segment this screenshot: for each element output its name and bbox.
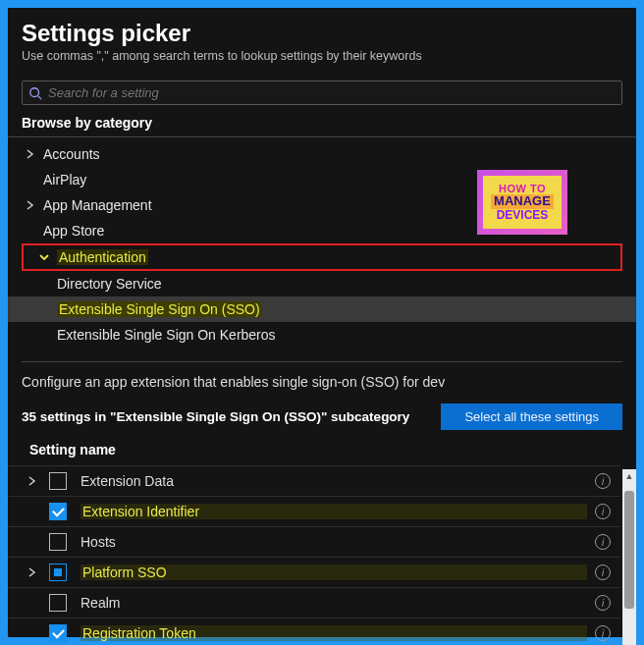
setting-label: Extension Data — [80, 473, 587, 489]
scrollbar[interactable]: ▲ ▼ — [622, 469, 636, 645]
category-label: Extensible Single Sign On Kerberos — [57, 327, 276, 343]
badge-line-2: MANAGE — [491, 194, 554, 208]
svg-line-1 — [38, 95, 42, 99]
subcategory-directory-service[interactable]: Directory Service — [8, 271, 636, 296]
category-label: Authentication — [57, 249, 148, 265]
setting-row[interactable]: Hostsi — [8, 526, 620, 557]
subcategory-extensible-sso-kerberos[interactable]: Extensible Single Sign On Kerberos — [8, 322, 636, 348]
header: Settings picker Use commas "," among sea… — [8, 20, 636, 71]
info-icon[interactable]: i — [595, 534, 611, 550]
category-label: Extensible Single Sign On (SSO) — [57, 301, 262, 317]
info-icon[interactable]: i — [595, 473, 611, 489]
divider — [22, 361, 622, 362]
chevron-right-icon — [26, 200, 43, 210]
subcategory-extensible-sso[interactable]: Extensible Single Sign On (SSO) — [8, 296, 636, 322]
category-label: App Store — [43, 223, 104, 239]
scrollbar-thumb[interactable] — [624, 491, 634, 609]
setting-row[interactable]: Extension Identifieri — [8, 496, 620, 526]
settings-list: Extension DataiExtension IdentifieriHost… — [8, 465, 620, 645]
badge-line-3: DEVICES — [497, 209, 549, 222]
chevron-right-icon[interactable] — [27, 476, 49, 486]
category-authentication[interactable]: Authentication — [22, 243, 622, 271]
checkbox[interactable] — [49, 533, 67, 551]
scroll-up-arrow[interactable]: ▲ — [622, 469, 636, 483]
search-input[interactable] — [48, 85, 616, 100]
setting-label: Realm — [80, 595, 587, 611]
checkbox[interactable] — [49, 624, 67, 642]
checkbox[interactable] — [49, 503, 67, 520]
search-box[interactable] — [22, 81, 622, 105]
category-label: Accounts — [43, 146, 100, 162]
setting-label: Hosts — [80, 534, 587, 550]
select-all-button[interactable]: Select all these settings — [441, 403, 622, 430]
category-label: AirPlay — [43, 172, 86, 188]
settings-area: Extension DataiExtension IdentifieriHost… — [8, 465, 636, 645]
info-icon[interactable]: i — [595, 625, 611, 641]
chevron-right-icon[interactable] — [27, 567, 49, 577]
browse-by-category-label: Browse by category — [8, 111, 636, 137]
settings-count-text: 35 settings in "Extensible Single Sign O… — [22, 409, 409, 424]
setting-row[interactable]: Registration Tokeni — [8, 618, 620, 645]
chevron-down-icon — [39, 252, 57, 262]
watermark-badge: HOW TO MANAGE DEVICES — [477, 170, 567, 235]
chevron-right-icon — [26, 149, 43, 159]
category-accounts[interactable]: Accounts — [8, 141, 636, 167]
subcategory-description: Configure an app extension that enables … — [8, 366, 636, 394]
info-icon[interactable]: i — [595, 504, 611, 519]
category-label: Directory Service — [57, 276, 162, 292]
category-label: App Management — [43, 197, 152, 213]
count-row: 35 settings in "Extensible Single Sign O… — [8, 394, 636, 438]
info-icon[interactable]: i — [595, 595, 611, 611]
checkbox[interactable] — [49, 472, 67, 490]
search-icon — [28, 86, 42, 100]
setting-label: Platform SSO — [80, 564, 587, 580]
setting-row[interactable]: Realmi — [8, 587, 620, 618]
checkbox[interactable] — [49, 594, 67, 612]
page-subtitle: Use commas "," among search terms to loo… — [22, 49, 622, 63]
column-header-setting-name: Setting name — [8, 438, 636, 465]
svg-point-0 — [30, 87, 39, 96]
setting-label: Extension Identifier — [80, 504, 587, 519]
info-icon[interactable]: i — [595, 564, 611, 580]
setting-label: Registration Token — [80, 625, 587, 641]
page-title: Settings picker — [22, 20, 622, 47]
checkbox[interactable] — [49, 564, 67, 581]
setting-row[interactable]: Extension Datai — [8, 465, 620, 496]
settings-picker-panel: Settings picker Use commas "," among sea… — [8, 8, 636, 637]
setting-row[interactable]: Platform SSOi — [8, 557, 620, 587]
